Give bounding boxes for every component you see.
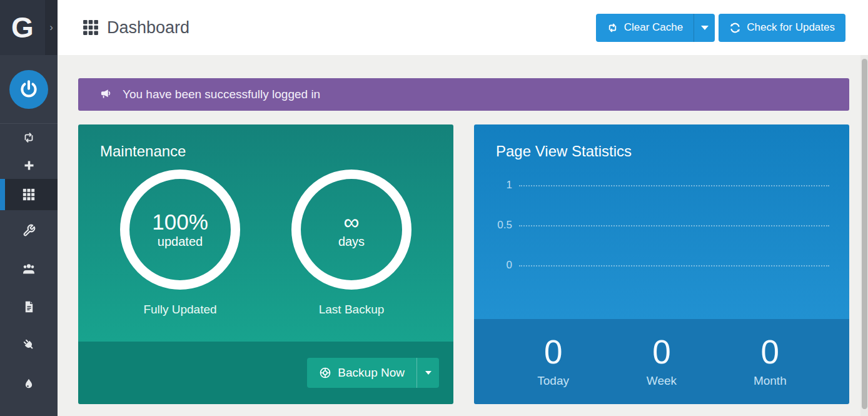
check-updates-main[interactable]: Check for Updates [719, 14, 845, 42]
plus-icon [23, 159, 36, 172]
stat-today-value: 0 [503, 335, 603, 368]
power-icon[interactable] [9, 70, 48, 109]
sidebar-item-refresh[interactable] [0, 124, 58, 151]
maintenance-body: Maintenance 100% updated ∞ days Fully Up… [78, 124, 453, 342]
sidebar-item-pages[interactable] [0, 288, 58, 325]
scrollbar-thumb[interactable] [862, 59, 867, 409]
logo-block: G › [0, 0, 58, 55]
retweet-icon [22, 131, 36, 145]
updated-value: 100% [152, 210, 208, 235]
dotted-gridline [519, 265, 829, 266]
clear-cache-dropdown-toggle[interactable] [694, 14, 715, 42]
stat-month-label: Month [720, 374, 820, 388]
clear-cache-label: Clear Cache [624, 21, 684, 34]
sidebar-item-modules[interactable] [0, 325, 58, 364]
grid-icon [23, 188, 35, 201]
sidebar: G › [0, 0, 58, 416]
clear-cache-button[interactable]: Clear Cache [596, 14, 715, 42]
sidebar-item-dashboard[interactable] [0, 179, 58, 210]
page-title-group: Dashboard [83, 18, 189, 38]
chevron-right-icon: › [49, 21, 53, 34]
stats-title: Page View Statistics [474, 124, 849, 160]
stat-week: 0 Week [612, 335, 712, 388]
users-icon [21, 261, 36, 276]
check-updates-button[interactable]: Check for Updates [719, 14, 845, 42]
header: Dashboard Clear Cache [58, 0, 868, 55]
grid-icon [83, 19, 99, 36]
updated-caption: Fully Updated [120, 303, 240, 317]
backup-now-main[interactable]: Backup Now [307, 358, 416, 388]
stat-month-value: 0 [720, 335, 820, 368]
chart-gridline-row: 1 [474, 180, 829, 191]
stat-week-label: Week [612, 374, 712, 388]
header-buttons: Clear Cache Check for Updates [596, 14, 845, 42]
stat-week-value: 0 [612, 335, 712, 368]
main-content: You have been successfully logged in Mai… [58, 55, 868, 416]
backup-now-label: Backup Now [338, 366, 405, 380]
y-tick-label: 0 [474, 259, 519, 271]
clear-cache-main[interactable]: Clear Cache [596, 14, 694, 42]
updated-unit: updated [158, 235, 203, 249]
file-icon [23, 300, 36, 313]
sidebar-item-setup[interactable] [0, 210, 58, 250]
life-ring-icon [319, 367, 331, 379]
retweet-icon [607, 22, 618, 34]
power-section [0, 55, 58, 124]
sidebar-item-users[interactable] [0, 250, 58, 288]
chart-gridline-row: 0 [474, 260, 829, 271]
stats-summary-footer: 0 Today 0 Week 0 Month [474, 319, 849, 404]
sidebar-item-logs[interactable] [0, 364, 58, 404]
updated-ring: 100% updated [120, 170, 240, 290]
wrench-icon [23, 224, 36, 237]
droplet-icon [23, 378, 35, 390]
scrollbar-track[interactable] [860, 55, 868, 416]
maintenance-footer: Backup Now [78, 342, 453, 404]
stat-today-label: Today [503, 374, 603, 388]
megaphone-icon [99, 88, 113, 101]
sidebar-item-add[interactable] [0, 151, 58, 179]
backup-dropdown-toggle[interactable] [416, 358, 439, 388]
chart-gridline-row: 0.5 [474, 220, 829, 231]
maintenance-circles: 100% updated ∞ days [78, 170, 453, 290]
check-updates-label: Check for Updates [747, 21, 835, 34]
maintenance-captions: Fully Updated Last Backup [78, 303, 453, 317]
sidebar-collapse-toggle[interactable]: › [45, 0, 58, 55]
backup-value: ∞ [344, 210, 360, 235]
dotted-gridline [519, 225, 829, 226]
refresh-icon [729, 22, 741, 34]
maintenance-panel: Maintenance 100% updated ∞ days Fully Up… [78, 124, 453, 404]
notification-banner: You have been successfully logged in [78, 78, 849, 111]
backup-caption: Last Backup [291, 303, 411, 317]
y-tick-label: 0.5 [474, 219, 519, 231]
backup-ring: ∞ days [291, 170, 411, 290]
backup-now-button[interactable]: Backup Now [307, 358, 439, 388]
stat-month: 0 Month [720, 335, 820, 388]
caret-down-icon [425, 371, 431, 375]
page-view-statistics-panel: Page View Statistics 1 0.5 0 0 Today 0 W… [474, 124, 849, 404]
stat-today: 0 Today [503, 335, 603, 388]
plug-icon [22, 338, 36, 352]
y-tick-label: 1 [474, 179, 519, 191]
banner-message: You have been successfully logged in [123, 88, 320, 101]
maintenance-title: Maintenance [78, 124, 453, 160]
backup-unit: days [338, 235, 365, 249]
page-title: Dashboard [107, 18, 189, 38]
caret-down-icon [701, 26, 709, 30]
app-logo[interactable]: G [0, 0, 45, 55]
dotted-gridline [519, 185, 829, 186]
